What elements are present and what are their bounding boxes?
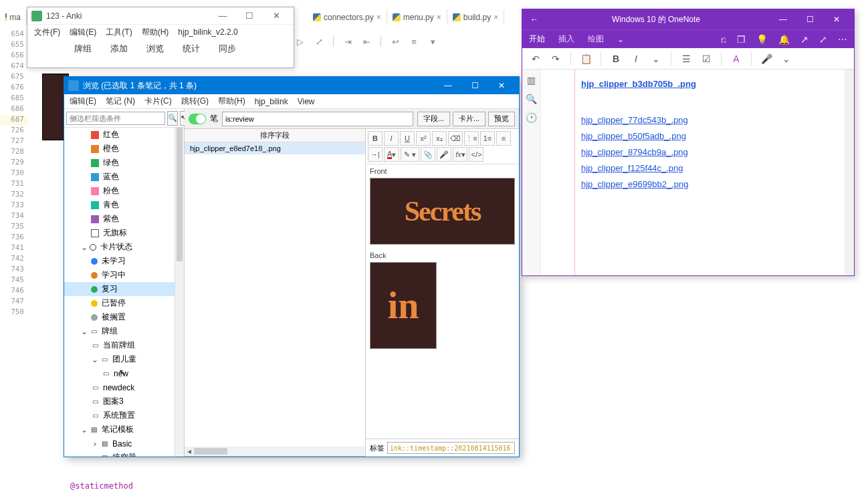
ribbon-insert[interactable]: 插入 — [558, 33, 574, 45]
mic-button[interactable]: 🎤 — [437, 147, 451, 162]
page-icon[interactable]: ❐ — [737, 34, 746, 45]
tree-row-state[interactable]: 复习 — [64, 282, 184, 296]
tree-row[interactable]: ⌄▭牌组 — [64, 324, 184, 338]
play-icon[interactable]: ▷ — [294, 37, 306, 47]
menu-view[interactable]: View — [298, 97, 315, 106]
tree-row[interactable]: ›▤填空题 — [64, 451, 184, 457]
onenote-link[interactable]: hjp_clipper_8794cb9a_.png — [581, 144, 841, 160]
align-button[interactable]: ≡ — [496, 131, 511, 146]
clear-format-button[interactable]: ⌫ — [448, 131, 463, 146]
tree-row-state[interactable]: 已暂停 — [64, 296, 184, 310]
close-icon[interactable]: × — [494, 13, 498, 22]
maximize-button[interactable]: ☐ — [461, 81, 488, 90]
notebooks-icon[interactable]: ▥ — [527, 75, 536, 86]
fields-button[interactable]: 字段... — [417, 112, 450, 126]
wrap-icon[interactable]: ↩ — [389, 37, 401, 47]
scroll-thumb[interactable] — [194, 448, 227, 455]
dictate-dropdown[interactable]: ⌄ — [778, 51, 794, 67]
bold-button[interactable]: B — [368, 131, 383, 146]
undo-icon[interactable]: ⎌ — [721, 34, 726, 45]
menu-edit[interactable]: 编辑(E) — [70, 27, 96, 38]
filter-icon[interactable]: ▾ — [427, 37, 439, 47]
ul-button[interactable]: ⋮≡ — [464, 131, 479, 146]
redo-button[interactable]: ↷ — [548, 51, 564, 67]
tab-sync[interactable]: 同步 — [219, 43, 236, 55]
idea-icon[interactable]: 💡 — [756, 34, 768, 45]
note-card-toggle[interactable] — [189, 114, 206, 124]
editor-tab-build[interactable]: build.py× — [447, 10, 504, 25]
maximize-button[interactable]: ☐ — [796, 15, 823, 24]
tree-row[interactable]: 绿色 — [64, 156, 184, 170]
onenote-link[interactable]: hjp_clipper_b50f5adb_.png — [581, 128, 841, 144]
font-dropdown[interactable]: ⌄ — [648, 51, 664, 67]
indent-button[interactable]: →| — [368, 147, 383, 162]
menu-hjpbilink[interactable]: hjp_bilink — [255, 97, 288, 106]
close-button[interactable]: ✕ — [263, 11, 290, 21]
tree-row[interactable]: ⌄▭团儿童 — [64, 352, 184, 366]
tree-row[interactable]: ▭new ↖ — [64, 366, 184, 380]
menu-help[interactable]: 帮助(H) — [218, 96, 245, 107]
cards-button[interactable]: 卡片... — [453, 112, 485, 126]
tree-row[interactable]: ⌄▤笔记模板 — [64, 422, 184, 437]
search-icon[interactable]: 🔍 — [526, 94, 537, 104]
italic-button[interactable]: I — [628, 51, 644, 67]
onenote-link[interactable]: hjp_clipper_f125f44c_.png — [581, 160, 841, 176]
dictate-button[interactable]: 🎤 — [758, 51, 774, 67]
tree-row[interactable]: ▭当前牌组 — [64, 338, 184, 352]
close-button[interactable]: ✕ — [488, 81, 515, 90]
tab-browse[interactable]: 浏览 — [146, 43, 164, 55]
bold-button[interactable]: B — [608, 51, 624, 67]
bell-icon[interactable]: 🔔 — [778, 34, 790, 45]
tree-row[interactable]: ▭系统预置 — [64, 408, 184, 422]
tree-row[interactable]: ▭图案3 — [64, 394, 184, 408]
underline-button[interactable]: U — [400, 131, 415, 146]
more-icon[interactable]: ⋯ — [838, 34, 847, 45]
recent-icon[interactable]: 🕑 — [526, 112, 537, 123]
preview-button[interactable]: 预览 — [488, 112, 515, 126]
tree-row[interactable]: 橙色 — [64, 142, 184, 156]
ol-button[interactable]: 1≡ — [480, 131, 495, 146]
tab-decks[interactable]: 牌组 — [74, 43, 92, 55]
tag-input[interactable] — [387, 442, 515, 454]
list-icon[interactable]: ≡ — [408, 37, 420, 47]
tree-row[interactable]: 粉色 — [64, 184, 184, 198]
highlight-button[interactable]: A — [728, 51, 744, 67]
horizontal-scrollbar[interactable]: ◂ — [185, 447, 365, 456]
list-header-sortfield[interactable]: 排序字段 — [185, 129, 365, 142]
tree-row-state[interactable]: 被搁置 — [64, 310, 184, 324]
superscript-button[interactable]: x² — [416, 131, 431, 146]
tree-row[interactable]: ▭newdeck — [64, 380, 184, 394]
todo-button[interactable]: ☑ — [698, 51, 714, 67]
front-image[interactable]: Secrets — [370, 178, 515, 245]
ribbon-more[interactable]: ⌄ — [617, 35, 624, 44]
menu-tools[interactable]: 工具(T) — [106, 27, 132, 38]
back-button[interactable]: ← — [526, 15, 542, 24]
search-icon[interactable]: 🔍 — [167, 111, 178, 126]
menu-notes[interactable]: 笔记 (N) — [106, 96, 135, 107]
close-icon[interactable]: × — [437, 13, 441, 22]
sidebar-filter-input[interactable] — [66, 112, 165, 125]
list-row[interactable]: hjp_clipper_e8ed7e18_.png — [185, 142, 365, 154]
close-icon[interactable]: × — [376, 13, 381, 22]
menu-hjpbilink[interactable]: hjp_bilink_v2.2.0 — [178, 27, 237, 37]
tree-row[interactable]: 紫色 — [64, 212, 184, 226]
ribbon-draw[interactable]: 绘图 — [588, 33, 604, 45]
search-input[interactable] — [222, 112, 413, 126]
sidebar-tree[interactable]: 红色橙色绿色蓝色粉色青色紫色无旗标⌄卡片状态未学习学习中复习已暂停被搁置⌄▭牌组… — [64, 128, 184, 457]
scrollbar-thumb[interactable] — [177, 128, 183, 261]
subscript-button[interactable]: x₂ — [432, 131, 447, 146]
ribbon-home[interactable]: 开始 — [529, 33, 545, 45]
minimize-button[interactable]: — — [209, 11, 236, 21]
tree-row-state[interactable]: 未学习 — [64, 254, 184, 268]
onenote-link[interactable]: hjp_clipper_77dc543b_.png — [581, 112, 841, 128]
outdent-icon[interactable]: ⇤ — [360, 37, 372, 47]
onenote-link[interactable]: hjp_clipper_e9699bb2_.png — [581, 176, 841, 193]
fx-button[interactable]: fx▾ — [453, 147, 467, 162]
tree-row[interactable]: 红色 — [64, 128, 184, 142]
tab-add[interactable]: 添加 — [110, 43, 128, 55]
onenote-link[interactable]: hjp_clipper_b3db705b_.png — [581, 76, 841, 92]
tree-row-state[interactable]: 学习中 — [64, 268, 184, 282]
menu-help[interactable]: 帮助(H) — [142, 27, 169, 38]
attachment-button[interactable]: 📎 — [421, 147, 435, 162]
html-button[interactable]: </> — [469, 147, 483, 162]
